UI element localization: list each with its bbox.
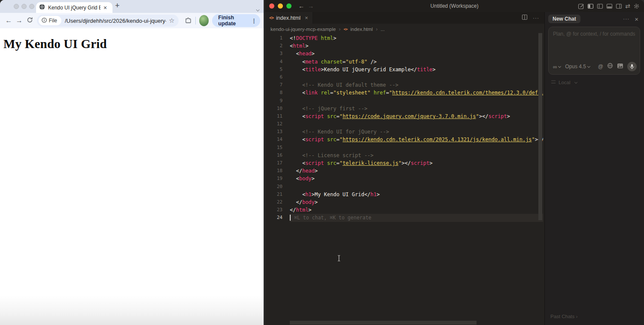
infinity-mode-icon[interactable]: ∞ [553, 64, 557, 70]
breadcrumb[interactable]: kendo-ui-jquery-mcp-example › <> index.h… [265, 24, 544, 34]
code-line[interactable]: 5 <title>Kendo UI jQuery Grid Example</t… [265, 66, 544, 73]
code-line[interactable]: 8 <link rel="stylesheet" href="https://k… [265, 89, 544, 97]
breadcrumb-file[interactable]: index.html [350, 27, 373, 32]
chat-input-box[interactable]: Plan, @ for context, / for commands ∞ Op… [548, 27, 640, 75]
finish-update-button[interactable]: Finish update ⋮ [212, 14, 260, 27]
toggle-secondary-sidebar-icon[interactable] [616, 3, 622, 9]
layout-left-panel-icon[interactable] [597, 3, 603, 9]
past-chats-angle-icon: › [576, 314, 577, 319]
editor-tab-close-icon[interactable]: × [305, 15, 308, 21]
code-line[interactable]: 12 [265, 120, 544, 128]
web-globe-icon[interactable] [607, 63, 613, 70]
tab-close-icon[interactable]: × [103, 5, 107, 11]
code-line[interactable]: 14 <script src="https://kendo.cdn.teleri… [265, 136, 544, 143]
line-number: 11 [265, 112, 290, 120]
editor-more-actions-icon[interactable]: ··· [533, 15, 539, 21]
editor-zoom-button[interactable] [286, 3, 292, 9]
code-line[interactable]: 22 </body> [265, 198, 544, 206]
browser-menu-kebab-icon[interactable]: ⋮ [251, 18, 257, 24]
mention-context-icon[interactable]: @ [598, 64, 603, 70]
code-line[interactable]: 9 [265, 97, 544, 105]
mode-chevron-icon[interactable] [558, 64, 561, 67]
browser-tab[interactable]: Kendo UI jQuery Grid Example × [36, 2, 112, 13]
code-line[interactable]: 11 <script src="https://code.jquery.com/… [265, 112, 544, 120]
bookmark-star-icon[interactable]: ☆ [169, 17, 174, 24]
horizontal-scrollbar[interactable] [290, 321, 477, 325]
code-line[interactable]: 19 <body> [265, 175, 544, 182]
code-line[interactable]: 2<html> [265, 42, 544, 50]
code-line[interactable]: 4 <meta charset="utf-8" /> [265, 58, 544, 66]
image-attach-icon[interactable] [617, 63, 623, 70]
window-zoom-button[interactable] [29, 4, 34, 9]
forward-icon[interactable]: → [14, 17, 25, 24]
code-line[interactable]: 1<!DOCTYPE html> [265, 34, 544, 42]
new-chat-tab[interactable]: New Chat [548, 15, 580, 23]
line-number: 15 [265, 144, 290, 152]
code-line[interactable]: 15 [265, 144, 544, 152]
editor-forward-icon[interactable]: → [308, 3, 314, 9]
profile-avatar[interactable] [199, 15, 209, 26]
line-number: 14 [265, 136, 290, 143]
back-icon[interactable]: ← [3, 17, 14, 24]
window-minimize-button[interactable] [21, 4, 27, 9]
chat-close-icon[interactable]: × [635, 15, 638, 23]
toggle-panel-icon[interactable] [606, 3, 613, 9]
browser-window: Kendo UI jQuery Grid Example × + ← → Fil… [0, 0, 264, 325]
code-line[interactable]: 7 <!-- Kendo UI default theme --> [265, 81, 544, 89]
code-line[interactable]: 17 <script src="telerik-license.js"></sc… [265, 159, 544, 167]
breadcrumb-chevron-icon: › [339, 26, 340, 32]
compose-icon[interactable] [578, 3, 584, 9]
split-editor-icon[interactable] [522, 14, 528, 22]
terminal-context-icon [551, 80, 556, 85]
model-selector[interactable]: Opus 4.5 [565, 64, 586, 70]
chat-more-actions-icon[interactable]: ··· [623, 16, 629, 22]
editor-tab-bar: <> index.html × ··· [265, 12, 544, 24]
info-icon[interactable] [42, 18, 47, 24]
line-number: 21 [265, 191, 290, 198]
screenshot-stage: Kendo UI jQuery Grid Example × + ← → Fil… [0, 0, 644, 325]
line-number: 24 [265, 214, 290, 222]
html-file-icon: <> [269, 15, 273, 20]
line-number: 23 [265, 206, 290, 214]
code-lines: 1<!DOCTYPE html>2<html>3 <head>4 <meta c… [265, 34, 544, 222]
breadcrumb-chevron-icon: › [376, 26, 377, 32]
new-tab-button[interactable]: + [115, 1, 120, 10]
address-bar[interactable]: File /Users/djirdehh/src/2026/kendo-ui-j… [37, 15, 179, 27]
editor-close-button[interactable] [269, 3, 274, 9]
toggle-primary-sidebar-icon[interactable] [587, 3, 594, 9]
settings-gear-icon[interactable] [633, 3, 640, 9]
past-chats-link[interactable]: Past Chats › [550, 314, 577, 319]
editor-tab-index-html[interactable]: <> index.html × [265, 12, 313, 24]
text-cursor-pointer [337, 255, 341, 263]
window-close-button[interactable] [14, 4, 19, 9]
editor-tab-label: index.html [276, 15, 301, 21]
editor-window: ← → Untitled (Workspace) ⇄ [265, 0, 644, 325]
code-line[interactable]: 6 [265, 73, 544, 81]
voice-input-button[interactable] [627, 62, 637, 71]
line-number: 6 [265, 73, 290, 81]
code-line[interactable]: 13 <!-- Kendo UI for jQuery --> [265, 128, 544, 136]
line-number: 1 [265, 34, 290, 42]
swap-layout-icon[interactable]: ⇄ [625, 3, 630, 9]
model-chevron-icon[interactable] [587, 64, 590, 67]
breadcrumb-root[interactable]: kendo-ui-jquery-mcp-example [270, 27, 336, 32]
breadcrumb-tail[interactable]: ... [380, 27, 385, 32]
page-heading: My Kendo UI Grid [3, 37, 264, 51]
extension-icon[interactable] [185, 16, 192, 25]
line-number: 22 [265, 198, 290, 206]
code-line[interactable]: 20 [265, 183, 544, 191]
context-selector-local[interactable]: Local [551, 80, 644, 85]
reload-icon[interactable] [24, 17, 35, 25]
code-line[interactable]: 23</html> [265, 206, 544, 214]
code-line[interactable]: 24⌘L to chat, ⌘K to generate [265, 214, 544, 222]
url-text[interactable]: /Users/djirdehh/src/2026/kendo-ui-jquery… [65, 18, 166, 24]
tab-search-chevron-icon[interactable] [256, 5, 259, 13]
vertical-scrollbar[interactable] [538, 33, 542, 220]
code-line[interactable]: 16 <!-- License script --> [265, 152, 544, 159]
editor-back-icon[interactable]: ← [298, 3, 304, 9]
code-line[interactable]: 21 <h1>My Kendo UI Grid</h1> [265, 191, 544, 198]
code-line[interactable]: 3 <head> [265, 50, 544, 58]
code-line[interactable]: 18 </head> [265, 167, 544, 175]
editor-minimize-button[interactable] [278, 3, 283, 9]
code-line[interactable]: 10 <!-- jQuery first --> [265, 105, 544, 112]
